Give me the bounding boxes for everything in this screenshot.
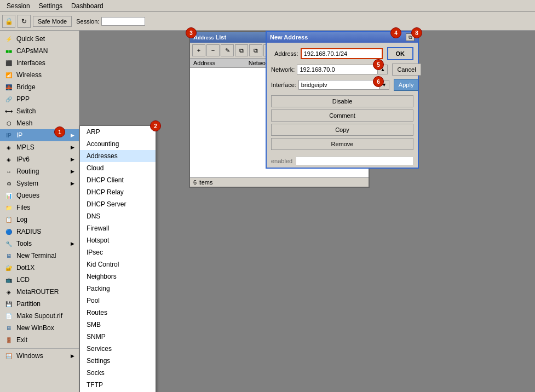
content-area: 2 ARP Accounting Addresses Cloud DHCP Cl… [79,31,535,392]
interfaces-icon: ⬛ [4,59,13,67]
ip-submenu-packing[interactable]: Packing [80,283,156,295]
addr-copy-button[interactable]: ⧉ [235,44,248,56]
ip-submenu-dhcp-client[interactable]: DHCP Client [80,174,156,186]
sidebar-item-metarouter[interactable]: ◈ MetaROUTER [0,286,79,298]
capsman-icon: ■■ [4,47,13,55]
windows-arrow-icon: ▶ [71,353,74,359]
addr-add-button[interactable]: + [192,44,205,56]
sidebar-item-make-supout[interactable]: 📄 Make Supout.rif [0,310,79,322]
apply-button[interactable]: Apply [394,79,419,91]
ip-submenu-firewall[interactable]: Firewall [80,222,156,234]
ip-submenu-kid-control[interactable]: Kid Control [80,258,156,270]
network-field-input[interactable] [297,65,378,74]
sidebar-item-tools[interactable]: 🔧 Tools ▶ [0,238,79,250]
sidebar-item-ipv6[interactable]: ◈ IPv6 ▶ [0,153,79,165]
sidebar-item-wireless[interactable]: 📶 Wireless [0,69,79,81]
ppp-icon: 🔗 [4,95,13,103]
remove-button[interactable]: Remove [271,138,413,150]
ip-submenu-settings[interactable]: Settings [80,355,156,367]
sidebar-item-queues[interactable]: 📊 Queues [0,189,79,201]
address-list-title: Address List [193,34,226,41]
routing-arrow-icon: ▶ [71,169,74,174]
sidebar-item-new-winbox[interactable]: 🖥 New WinBox [0,322,79,334]
sidebar-item-ip[interactable]: IP IP ▶ 1 [0,129,79,141]
sidebar-item-files[interactable]: 📁 Files [0,201,79,214]
sidebar-item-mesh[interactable]: ⬡ Mesh [0,117,79,129]
ip-submenu-services[interactable]: Services [80,343,156,355]
new-address-body: Address: OK 5 Network: ▲ Cancel [267,43,418,95]
interface-field-input[interactable] [298,80,379,90]
ip-submenu-ipsec[interactable]: IPsec [80,246,156,258]
ok-button[interactable]: OK [387,47,413,60]
ip-submenu-dhcp-relay[interactable]: DHCP Relay [80,186,156,198]
sidebar-item-routing[interactable]: ↔ Routing ▶ [0,165,79,177]
addr-remove-button[interactable]: − [206,44,220,56]
copy-button[interactable]: Copy [271,124,413,136]
ip-submenu-arp[interactable]: ARP [80,126,156,138]
toolbar: 🔒 ↻ Safe Mode Session: [0,12,535,31]
sidebar-item-radius[interactable]: 🔵 RADIUS [0,226,79,238]
enabled-input[interactable] [296,157,413,165]
system-icon: ⚙ [4,179,13,188]
comment-button[interactable]: Comment [271,109,413,122]
dot1x-icon: 🔐 [4,263,13,272]
ip-icon: IP [4,131,13,140]
metarouter-icon: ◈ [4,287,13,296]
sidebar-label-routing: Routing [16,168,39,175]
ip-submenu-socks[interactable]: Socks [80,367,156,379]
ip-submenu-smb[interactable]: SMB [80,319,156,331]
address-form-row: Address: OK [271,47,413,60]
sidebar-item-quick-set[interactable]: ⚡ Quick Set [0,33,79,45]
safe-mode-button[interactable]: Safe Mode [33,16,72,27]
ip-submenu-neighbors[interactable]: Neighbors [80,270,156,283]
disable-button[interactable]: Disable [271,95,413,107]
sidebar-item-partition[interactable]: 💾 Partition [0,298,79,310]
ip-submenu-hotspot[interactable]: Hotspot [80,234,156,246]
sidebar-item-dot1x[interactable]: 🔐 Dot1X [0,262,79,274]
sidebar-item-switch[interactable]: ⟷ Switch [0,105,79,117]
ip-submenu-dns[interactable]: DNS [80,210,156,222]
sidebar-item-mpls[interactable]: ◈ MPLS ▶ [0,141,79,153]
bridge-icon: 🌉 [4,83,13,91]
sidebar-label-switch: Switch [16,107,36,115]
partition-icon: 💾 [4,299,13,308]
sidebar-label-radius: RADIUS [16,228,41,235]
menu-dashboard[interactable]: Dashboard [67,1,108,11]
ip-submenu-dhcp-server[interactable]: DHCP Server [80,198,156,210]
session-input[interactable] [101,17,145,26]
ip-submenu-snmp[interactable]: SNMP [80,331,156,343]
sidebar-label-files: Files [16,204,30,211]
radius-icon: 🔵 [4,227,13,236]
sidebar-item-bridge[interactable]: 🌉 Bridge [0,81,79,93]
sidebar-item-interfaces[interactable]: ⬛ Interfaces [0,57,79,69]
cancel-button[interactable]: Cancel [392,64,421,76]
menu-settings[interactable]: Settings [34,1,67,11]
ip-submenu-routes[interactable]: Routes [80,307,156,319]
ip-submenu-pool[interactable]: Pool [80,295,156,307]
sidebar-label-new-terminal: New Terminal [16,252,56,260]
ip-submenu-tftp[interactable]: TFTP [80,379,156,391]
ip-submenu-accounting[interactable]: Accounting [80,138,156,150]
sidebar-item-capsman[interactable]: ■■ CAPsMAN [0,45,79,57]
addr-paste-button[interactable]: ⧉ [249,44,262,56]
sidebar-item-lcd[interactable]: 📺 LCD [0,274,79,286]
sidebar-item-log[interactable]: 📋 Log [0,214,79,226]
sidebar-item-exit[interactable]: 🚪 Exit [0,334,79,346]
ip-submenu-addresses[interactable]: Addresses [80,150,156,162]
menu-session[interactable]: Session [2,1,34,11]
addr-edit-button[interactable]: ✎ [221,44,234,56]
sidebar-item-windows[interactable]: 🪟 Windows ▶ [0,350,79,362]
sidebar-label-bridge: Bridge [16,83,36,91]
sidebar-item-new-terminal[interactable]: 🖥 New Terminal [0,250,79,262]
ip-submenu-cloud[interactable]: Cloud [80,162,156,174]
address-field-input[interactable] [301,48,383,59]
mpls-icon: ◈ [4,143,13,152]
sidebar-item-ppp[interactable]: 🔗 PPP [0,93,79,105]
toolbar-icon-1[interactable]: 🔒 [2,15,15,28]
toolbar-refresh[interactable]: ↻ [18,15,31,28]
enabled-row: enabled [267,154,418,168]
address-field-label: Address: [271,50,298,57]
annotation-4: 4 [390,27,401,38]
sidebar-item-system[interactable]: ⚙ System ▶ [0,177,79,189]
new-address-title: New Address [270,34,308,41]
